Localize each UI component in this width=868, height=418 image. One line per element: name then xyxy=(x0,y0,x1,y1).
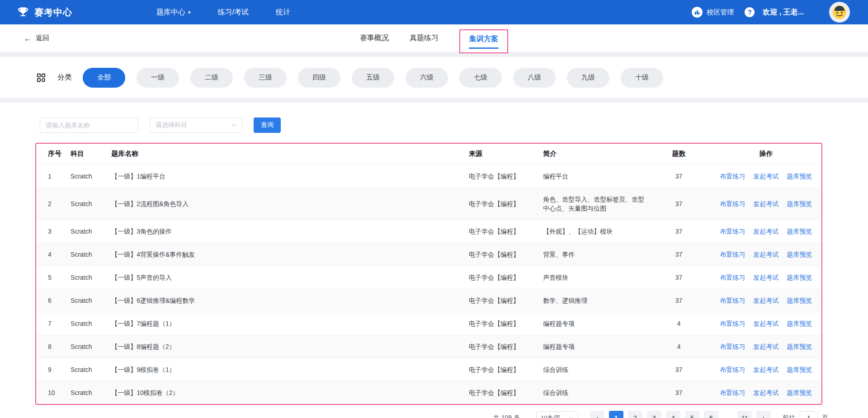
subheader: ← 返回 赛事概况 真题练习 集训方案 xyxy=(0,24,868,52)
query-button[interactable]: 查询 xyxy=(254,117,281,133)
page-button-5[interactable]: 5 xyxy=(685,411,699,418)
category-pill-6[interactable]: 六级 xyxy=(406,68,448,88)
column-header-2: 题库名称 xyxy=(111,144,469,164)
preview-bank-link[interactable]: 题库预览 xyxy=(787,200,812,207)
page-size-select[interactable]: 10条/页 xyxy=(536,411,578,418)
campus-management-button[interactable]: 校区管理 xyxy=(692,7,734,18)
page-button-4[interactable]: 4 xyxy=(666,411,680,418)
preview-bank-link[interactable]: 题库预览 xyxy=(787,343,812,350)
table-row: 9Scratch【一级】9模拟卷（1）电子学会【编程】综合训练37布置练习发起考… xyxy=(36,358,821,381)
goto-page-input[interactable] xyxy=(800,411,818,418)
page-button-6[interactable]: 6 xyxy=(704,411,718,418)
subject-cell: Scratch xyxy=(71,289,111,312)
preview-bank-link[interactable]: 题库预览 xyxy=(787,173,812,180)
campus-icon xyxy=(692,7,703,18)
page-button-1[interactable]: 1 xyxy=(609,411,623,418)
tab-real-question-practice[interactable]: 真题练习 xyxy=(410,33,439,43)
page-list: 123456...11 xyxy=(609,411,752,418)
start-exam-link[interactable]: 发起考试 xyxy=(753,366,778,373)
question-count-cell: 37 xyxy=(647,164,711,188)
tab-training-plan[interactable]: 集训方案 xyxy=(469,34,498,44)
preview-bank-link[interactable]: 题库预览 xyxy=(787,228,812,235)
row-index: 4 xyxy=(36,243,71,266)
subject-select[interactable]: 请选择科目 xyxy=(150,117,242,133)
goto-suffix: 页 xyxy=(822,414,828,418)
assign-practice-link[interactable]: 布置练习 xyxy=(720,320,745,327)
assign-practice-link[interactable]: 布置练习 xyxy=(720,228,745,235)
category-pill-4[interactable]: 四级 xyxy=(298,68,340,88)
next-page-button[interactable]: › xyxy=(756,411,771,418)
category-pill-10[interactable]: 十级 xyxy=(621,68,663,88)
menu-item-practice-exam[interactable]: 练习/考试 xyxy=(218,8,249,17)
column-header-5: 题数 xyxy=(647,144,711,164)
page-button-2[interactable]: 2 xyxy=(628,411,642,418)
bank-name-search-input[interactable] xyxy=(40,117,138,133)
start-exam-link[interactable]: 发起考试 xyxy=(753,173,778,180)
start-exam-link[interactable]: 发起考试 xyxy=(753,389,778,396)
preview-bank-link[interactable]: 题库预览 xyxy=(787,251,812,258)
category-pill-1[interactable]: 一级 xyxy=(137,68,179,88)
category-grid-icon xyxy=(36,73,46,83)
search-row: 请选择科目 查询 xyxy=(0,103,868,133)
start-exam-link[interactable]: 发起考试 xyxy=(753,274,778,281)
navbar-right: 校区管理 ? 欢迎 , 王老... xyxy=(692,2,850,23)
assign-practice-link[interactable]: 布置练习 xyxy=(720,297,745,304)
menu-item-question-bank-center[interactable]: 题库中心 ▾ xyxy=(156,8,191,17)
assign-practice-link[interactable]: 布置练习 xyxy=(720,366,745,373)
prev-page-button[interactable]: ‹ xyxy=(590,411,604,418)
assign-practice-link[interactable]: 布置练习 xyxy=(720,274,745,281)
description-cell: 声音模块 xyxy=(543,266,647,289)
category-pill-5[interactable]: 五级 xyxy=(352,68,394,88)
main-menu: 题库中心 ▾ 练习/考试 统计 xyxy=(156,8,290,17)
preview-bank-link[interactable]: 题库预览 xyxy=(787,274,812,281)
row-index: 3 xyxy=(36,220,71,243)
subject-cell: Scratch xyxy=(71,335,111,358)
assign-practice-link[interactable]: 布置练习 xyxy=(720,389,745,396)
menu-item-statistics[interactable]: 统计 xyxy=(276,8,290,17)
total-count: 共 109 条 xyxy=(493,414,520,418)
start-exam-link[interactable]: 发起考试 xyxy=(753,228,778,235)
menu-item-label: 题库中心 xyxy=(156,8,185,17)
table-row: 7Scratch【一级】7编程题（1）电子学会【编程】编程题专项4布置练习发起考… xyxy=(36,312,821,335)
description-cell: 角色、造型导入、造型标签页、造型中心点、矢量图与位图 xyxy=(543,188,647,220)
preview-bank-link[interactable]: 题库预览 xyxy=(787,297,812,304)
row-index: 9 xyxy=(36,358,71,381)
start-exam-link[interactable]: 发起考试 xyxy=(753,320,778,327)
back-button[interactable]: ← 返回 xyxy=(24,24,49,52)
start-exam-link[interactable]: 发起考试 xyxy=(753,251,778,258)
tab-event-overview[interactable]: 赛事概况 xyxy=(360,33,389,43)
subject-select-placeholder: 请选择科目 xyxy=(156,121,187,129)
category-pill-3[interactable]: 三级 xyxy=(244,68,287,88)
start-exam-link[interactable]: 发起考试 xyxy=(753,297,778,304)
active-tab-highlight-box: 集训方案 xyxy=(459,29,508,53)
category-pill-9[interactable]: 九级 xyxy=(567,68,609,88)
assign-practice-link[interactable]: 布置练习 xyxy=(720,200,745,207)
bank-name-cell: 【一级】4背景操作&事件触发 xyxy=(111,243,469,266)
category-pill-8[interactable]: 八级 xyxy=(513,68,556,88)
avatar[interactable] xyxy=(829,2,850,23)
preview-bank-link[interactable]: 题库预览 xyxy=(787,389,812,396)
description-cell: 编程题专项 xyxy=(543,335,647,358)
table-body: 1Scratch【一级】1编程平台电子学会【编程】编程平台37布置练习发起考试题… xyxy=(36,164,821,404)
table-row: 10Scratch【一级】10模拟卷（2）电子学会【编程】综合训练37布置练习发… xyxy=(36,381,821,404)
table-row: 1Scratch【一级】1编程平台电子学会【编程】编程平台37布置练习发起考试题… xyxy=(36,164,821,188)
category-pill-0[interactable]: 全部 xyxy=(83,68,125,88)
category-pill-2[interactable]: 二级 xyxy=(190,68,233,88)
start-exam-link[interactable]: 发起考试 xyxy=(753,200,778,207)
bank-name-cell: 【一级】5声音的导入 xyxy=(111,266,469,289)
preview-bank-link[interactable]: 题库预览 xyxy=(787,320,812,327)
page-button-3[interactable]: 3 xyxy=(647,411,661,418)
source-cell: 电子学会【编程】 xyxy=(469,243,543,266)
question-count-cell: 37 xyxy=(647,289,711,312)
category-pill-7[interactable]: 七级 xyxy=(459,68,502,88)
question-count-cell: 4 xyxy=(647,312,711,335)
start-exam-link[interactable]: 发起考试 xyxy=(753,343,778,350)
page-button-11[interactable]: 11 xyxy=(737,411,752,418)
assign-practice-link[interactable]: 布置练习 xyxy=(720,173,745,180)
assign-practice-link[interactable]: 布置练习 xyxy=(720,251,745,258)
description-cell: 综合训练 xyxy=(543,381,647,404)
help-icon[interactable]: ? xyxy=(745,7,755,17)
assign-practice-link[interactable]: 布置练习 xyxy=(720,343,745,350)
preview-bank-link[interactable]: 题库预览 xyxy=(787,366,812,373)
actions-cell: 布置练习发起考试题库预览 xyxy=(711,381,821,404)
